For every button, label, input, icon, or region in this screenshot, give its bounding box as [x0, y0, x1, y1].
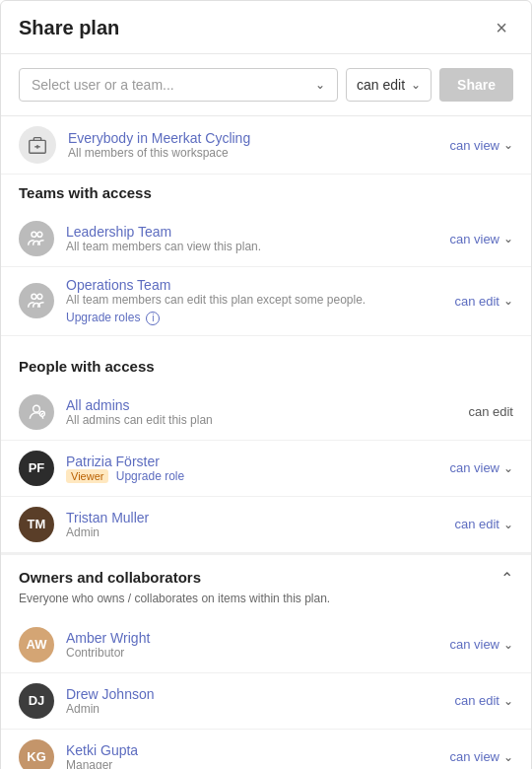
org-subtitle: All members of this workspace — [68, 146, 449, 160]
team-rows: Leadership Team All team members can vie… — [1, 211, 531, 336]
admins-sub: All admins can edit this plan — [66, 413, 468, 427]
patrizia-sub: Viewer Upgrade role — [66, 469, 449, 483]
select-chevron-icon: ⌄ — [315, 78, 325, 92]
amber-sub: Contributor — [66, 646, 449, 660]
ketki-name: Ketki Gupta — [66, 742, 449, 758]
team-sub-leadership: All team members can view this plan. — [66, 240, 449, 253]
amber-info: Amber Wright Contributor — [66, 630, 449, 660]
svg-point-6 — [37, 295, 42, 300]
svg-point-3 — [32, 232, 36, 237]
owners-rows: AW Amber Wright Contributor can view ⌄ D… — [1, 617, 531, 770]
people-rows: All admins All admins can edit this plan… — [1, 384, 531, 553]
ops-upgrade-link[interactable]: Upgrade roles — [66, 311, 140, 324]
drew-info: Drew Johnson Admin — [66, 686, 454, 716]
team-sub-ops: All team members can edit this plan exce… — [66, 293, 454, 307]
svg-point-5 — [32, 295, 36, 300]
user-team-select[interactable]: Select user or a team... ⌄ — [19, 68, 338, 102]
permission-select[interactable]: can edit ⌄ — [346, 68, 432, 102]
ketki-info: Ketki Gupta Manager — [66, 742, 449, 770]
person-row-ketki: KG Ketki Gupta Manager can view ⌄ — [1, 730, 531, 770]
team-perm-chevron-icon: ⌄ — [503, 232, 513, 245]
drew-initials: DJ — [29, 693, 45, 708]
team-name-ops: Operations Team — [66, 277, 454, 293]
org-row: Everybody in Meerkat Cycling All members… — [1, 116, 531, 175]
team-perm-ops-chevron-icon: ⌄ — [503, 294, 513, 308]
person-row-tristan: TM Tristan Muller Admin can edit ⌄ — [1, 497, 531, 553]
org-name: Everybody in Meerkat Cycling — [68, 130, 449, 146]
team-row-ops: Operations Team All team members can edi… — [1, 267, 531, 336]
admins-name: All admins — [66, 397, 468, 413]
ketki-avatar: KG — [19, 739, 54, 770]
tristan-name: Tristan Muller — [66, 510, 454, 525]
amber-avatar: AW — [19, 627, 54, 663]
tristan-info: Tristan Muller Admin — [66, 510, 454, 539]
owners-section-subtitle: Everyone who owns / collaborates on item… — [19, 592, 500, 605]
team-avatar-leadership — [19, 221, 54, 256]
amber-perm-chevron-icon: ⌄ — [503, 638, 513, 652]
org-icon — [19, 126, 56, 164]
drew-avatar: DJ — [19, 683, 54, 719]
patrizia-initials: PF — [29, 460, 45, 475]
person-row-amber: AW Amber Wright Contributor can view ⌄ — [1, 617, 531, 673]
org-perm-chevron-icon: ⌄ — [503, 138, 513, 152]
team-info-leadership: Leadership Team All team members can vie… — [66, 224, 449, 253]
tristan-permission[interactable]: can edit ⌄ — [454, 517, 513, 531]
close-button[interactable]: × — [490, 15, 513, 41]
amber-initials: AW — [27, 637, 47, 652]
patrizia-avatar: PF — [19, 451, 54, 486]
ketki-perm-chevron-icon: ⌄ — [503, 750, 513, 764]
patrizia-perm-chevron-icon: ⌄ — [503, 461, 513, 475]
share-bar: Select user or a team... ⌄ can edit ⌄ Sh… — [1, 54, 531, 116]
patrizia-name: Patrizia Förster — [66, 454, 449, 469]
ketki-permission[interactable]: can view ⌄ — [449, 749, 513, 764]
ketki-initials: KG — [27, 749, 46, 764]
patrizia-permission[interactable]: can view ⌄ — [449, 460, 513, 475]
permission-chevron-icon: ⌄ — [411, 78, 421, 92]
permission-label: can edit — [357, 77, 405, 93]
drew-perm-chevron-icon: ⌄ — [503, 694, 513, 708]
team-avatar-ops — [19, 283, 54, 318]
person-row-admins: All admins All admins can edit this plan… — [1, 384, 531, 441]
org-permission[interactable]: can view ⌄ — [449, 138, 513, 153]
drew-sub: Admin — [66, 702, 454, 716]
people-section: People with access — [1, 336, 531, 384]
ops-info-icon[interactable]: i — [146, 312, 160, 325]
admins-permission: can edit — [468, 404, 513, 419]
svg-point-7 — [33, 405, 40, 412]
owners-section-header: Owners and collaborators Everyone who ow… — [1, 553, 531, 617]
drew-permission[interactable]: can edit ⌄ — [454, 693, 513, 708]
team-name-leadership: Leadership Team — [66, 224, 449, 240]
owners-header-info: Owners and collaborators Everyone who ow… — [19, 569, 500, 613]
share-button[interactable]: Share — [439, 68, 513, 102]
team-permission-ops[interactable]: can edit ⌄ — [454, 294, 513, 309]
ketki-sub: Manager — [66, 758, 449, 770]
team-permission-leadership[interactable]: can view ⌄ — [449, 232, 513, 246]
tristan-perm-chevron-icon: ⌄ — [503, 518, 513, 531]
user-select-placeholder: Select user or a team... — [32, 77, 174, 93]
tristan-avatar: TM — [19, 507, 54, 542]
patrizia-info: Patrizia Förster Viewer Upgrade role — [66, 454, 449, 483]
patrizia-upgrade-link[interactable]: Upgrade role — [116, 469, 184, 483]
org-info: Everybody in Meerkat Cycling All members… — [68, 130, 449, 160]
drew-name: Drew Johnson — [66, 686, 454, 702]
team-info-ops: Operations Team All team members can edi… — [66, 277, 454, 325]
person-row-patrizia: PF Patrizia Förster Viewer Upgrade role … — [1, 441, 531, 497]
people-section-title: People with access — [19, 358, 513, 375]
tristan-initials: TM — [28, 517, 46, 531]
team-row: Leadership Team All team members can vie… — [1, 211, 531, 267]
share-plan-modal: Share plan × Select user or a team... ⌄ … — [0, 0, 532, 769]
patrizia-badge: Viewer — [66, 469, 108, 483]
admins-info: All admins All admins can edit this plan — [66, 397, 468, 427]
tristan-sub: Admin — [66, 525, 454, 539]
person-row-drew: DJ Drew Johnson Admin can edit ⌄ — [1, 673, 531, 730]
svg-point-4 — [37, 232, 42, 237]
owners-section-title: Owners and collaborators — [19, 569, 500, 586]
ops-upgrade-row: Upgrade roles i — [66, 309, 454, 325]
teams-section-title: Teams with access — [19, 184, 513, 201]
teams-section: Teams with access — [1, 175, 531, 211]
admins-avatar — [19, 394, 54, 430]
modal-title: Share plan — [19, 17, 119, 39]
modal-header: Share plan × — [1, 1, 531, 54]
owners-collapse-icon[interactable]: ⌃ — [500, 569, 513, 588]
amber-permission[interactable]: can view ⌄ — [449, 637, 513, 652]
